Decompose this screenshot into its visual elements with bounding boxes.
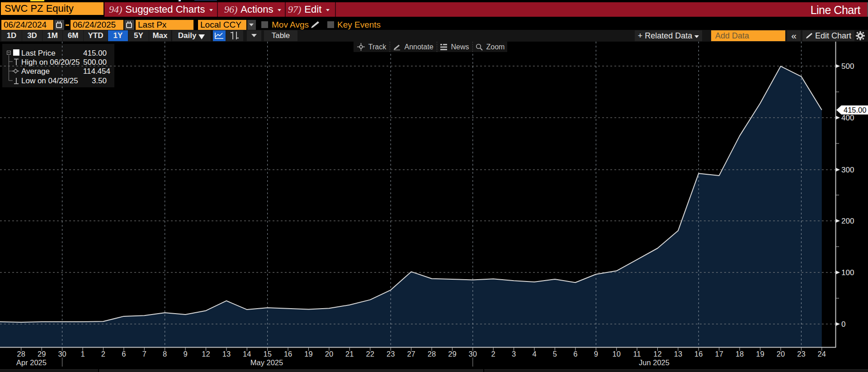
svg-text:3.50: 3.50 [92,76,107,85]
svg-text:20: 20 [777,350,785,358]
svg-text:May 2025: May 2025 [250,358,283,367]
svg-text:27: 27 [407,350,415,358]
svg-text:14: 14 [243,350,251,358]
svg-text:300: 300 [841,166,854,174]
svg-text:1: 1 [80,350,85,358]
svg-text:20: 20 [325,350,333,358]
svg-text:12: 12 [202,350,210,358]
svg-text:13: 13 [222,350,231,358]
svg-text:16: 16 [694,350,703,358]
svg-text:7: 7 [142,350,146,358]
svg-text:11: 11 [633,350,641,358]
svg-text:8: 8 [163,350,167,358]
svg-text:29: 29 [38,350,46,358]
svg-text:Low on 04/28/25: Low on 04/28/25 [21,76,78,85]
svg-text:4: 4 [532,350,536,358]
svg-text:18: 18 [736,350,744,358]
svg-text:Last Price: Last Price [21,49,56,57]
svg-text:200: 200 [841,217,854,225]
svg-text:114.454: 114.454 [83,67,110,76]
svg-text:6: 6 [122,350,126,358]
svg-text:21: 21 [345,350,354,358]
svg-text:23: 23 [797,350,805,358]
svg-text:400: 400 [841,114,854,122]
svg-text:3: 3 [512,350,516,358]
svg-text:9: 9 [184,350,188,358]
svg-text:15: 15 [264,350,272,358]
svg-text:9: 9 [594,350,598,358]
svg-text:30: 30 [469,350,477,358]
svg-text:28: 28 [428,350,436,358]
svg-text:23: 23 [387,350,395,358]
svg-text:12: 12 [653,350,661,358]
svg-text:Jun 2025: Jun 2025 [639,358,670,367]
svg-text:24: 24 [818,350,826,358]
svg-text:19: 19 [756,350,764,358]
svg-text:5: 5 [553,350,557,358]
svg-text:Average: Average [21,67,50,76]
svg-text:High on 06/20/25: High on 06/20/25 [21,58,80,67]
svg-text:10: 10 [613,350,621,358]
svg-text:415.00: 415.00 [83,49,107,57]
svg-text:28: 28 [17,350,25,358]
svg-text:2: 2 [491,350,495,358]
svg-text:0: 0 [841,320,845,329]
svg-text:19: 19 [304,350,312,358]
svg-text:22: 22 [366,350,374,358]
svg-text:29: 29 [448,350,456,358]
svg-text:Apr 2025: Apr 2025 [16,358,47,367]
svg-text:17: 17 [715,350,723,358]
svg-text:500: 500 [841,62,854,71]
svg-text:500.00: 500.00 [83,58,107,67]
svg-text:30: 30 [58,350,66,358]
svg-text:13: 13 [674,350,682,358]
svg-text:16: 16 [284,350,292,358]
svg-text:100: 100 [841,268,854,277]
svg-text:415.00: 415.00 [844,106,866,114]
svg-text:6: 6 [573,350,577,358]
svg-text:2: 2 [101,350,105,358]
